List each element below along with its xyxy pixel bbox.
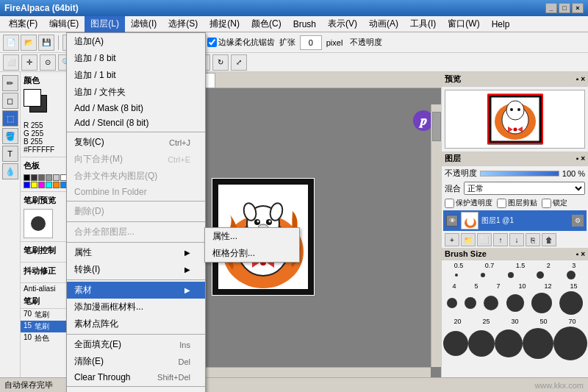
brush-dot-3[interactable] — [567, 271, 576, 279]
menu-fill[interactable]: 全面填充(E)Ins — [67, 336, 205, 353]
menu-merge-all[interactable]: 合并全部图层... — [67, 224, 205, 240]
menu-rotate[interactable]: 旋转(R)▶ — [67, 388, 205, 392]
layer-down-btn[interactable]: ↓ — [509, 233, 524, 246]
menu-rasterize[interactable]: 素材点阵化 — [67, 316, 205, 332]
opacity-slider[interactable] — [480, 171, 559, 177]
opacity-label: 不透明度 — [347, 37, 385, 48]
menu-delete[interactable]: 删除(D) — [67, 203, 205, 220]
tool-move[interactable]: ✛ — [21, 54, 37, 71]
tool-fill-l[interactable]: 🪣 — [2, 128, 18, 144]
layer-name: 图层1 @1 — [481, 215, 569, 226]
brush-dot-5[interactable] — [465, 297, 476, 309]
brush-dot-20[interactable] — [443, 331, 468, 356]
menu-add[interactable]: 追加(A) — [67, 33, 205, 50]
brush-preview — [24, 209, 53, 238]
tool-select-l[interactable]: ⬚ — [2, 110, 18, 126]
brush-dot-15[interactable] — [559, 291, 583, 315]
menu-layer[interactable]: 图层(L) — [85, 16, 125, 32]
menu-tools[interactable]: 工具(I) — [404, 16, 442, 32]
protect-check[interactable]: 保护透明度 — [445, 198, 492, 208]
tool-eraser-l[interactable]: ◻ — [2, 93, 18, 109]
menu-color[interactable]: 颜色(C) — [245, 16, 287, 32]
sep1 — [58, 35, 59, 50]
open-button[interactable]: 📂 — [21, 35, 37, 51]
menu-brush[interactable]: Brush — [287, 16, 322, 32]
close-button[interactable]: × — [572, 3, 584, 13]
rotate-cw[interactable]: ↻ — [212, 54, 229, 71]
layer-settings[interactable]: ⚙ — [572, 215, 584, 227]
brush-dot-4[interactable] — [447, 298, 457, 308]
menu-add-manga[interactable]: 添加漫画框材料... — [67, 299, 205, 316]
sep-a — [67, 132, 205, 132]
menu-clear[interactable]: 清除(E)Del — [67, 353, 205, 370]
menu-combine-folder[interactable]: Combine In Folder — [67, 185, 205, 199]
scroll-vertical[interactable] — [431, 104, 441, 367]
menu-capture[interactable]: 捕捉(N) — [204, 16, 245, 32]
menu-add-1bit[interactable]: 追加 / 1 bit — [67, 67, 205, 84]
brush-dot-2[interactable] — [537, 271, 544, 279]
lock-check[interactable]: 锁定 — [542, 198, 567, 208]
menu-add-stencil[interactable]: Add / Stencil (8 bit) — [67, 115, 205, 130]
brush-dot-10[interactable] — [506, 294, 524, 312]
brush-dots-row3 — [443, 327, 587, 360]
menu-clear-through[interactable]: Clear ThroughShift+Del — [67, 370, 205, 385]
menu-merge-down[interactable]: 向下合并(M)Ctrl+E — [67, 151, 205, 168]
maximize-button[interactable]: □ — [559, 3, 570, 13]
menu-view[interactable]: 表示(V) — [322, 16, 363, 32]
brush-dot-25[interactable] — [468, 330, 495, 357]
antialias-check[interactable]: 边缘柔化抗锯齿 — [207, 37, 275, 48]
brush-dot-30[interactable] — [495, 329, 523, 357]
delete-layer-btn[interactable]: 🗑 — [542, 233, 556, 246]
menu-animation[interactable]: 动画(A) — [363, 16, 404, 32]
brush-dot-15[interactable] — [508, 272, 514, 278]
menu-add-mask[interactable]: Add / Mask (8 bit) — [67, 101, 205, 115]
expand-input[interactable] — [300, 35, 322, 50]
minimize-button[interactable]: _ — [545, 3, 557, 13]
blend-select[interactable]: 正常 — [464, 182, 585, 195]
svg-point-24 — [513, 128, 517, 132]
copy-layer-btn[interactable]: ⎘ — [526, 233, 540, 246]
brush-dot-12[interactable] — [531, 293, 552, 313]
brush-dot-07[interactable] — [481, 273, 485, 277]
menu-add-8bit[interactable]: 追加 / 8 bit — [67, 50, 205, 67]
menu-convert[interactable]: 转换(I)▶ — [67, 261, 205, 278]
save-button[interactable]: 💾 — [38, 35, 54, 51]
brush-dot-50[interactable] — [523, 328, 553, 359]
tool-select[interactable]: ⬜ — [3, 54, 19, 71]
layer-up-btn[interactable]: ↑ — [493, 233, 508, 246]
new-button[interactable]: 📄 — [3, 35, 19, 51]
brush-dot-70[interactable] — [553, 327, 587, 360]
tool-eyedrop-l[interactable]: 💧 — [2, 163, 18, 179]
blend-label: 混合 — [445, 183, 461, 194]
menu-window[interactable]: 窗口(W) — [442, 16, 485, 32]
menu-merge-folder[interactable]: 合并文件夹内图层(Q) — [67, 168, 205, 185]
menu-help[interactable]: Help — [486, 16, 516, 32]
submenu-split[interactable]: 框格分割... — [205, 245, 299, 262]
add-folder-btn[interactable]: 📁 — [461, 233, 476, 246]
tool-brush[interactable]: ✏ — [2, 75, 18, 91]
scroll-thumb-v[interactable] — [432, 112, 441, 141]
menu-duplicate[interactable]: 复制(C)Ctrl+J — [67, 134, 205, 151]
brush-dot-05[interactable] — [455, 274, 458, 277]
menu-properties[interactable]: 属性▶ — [67, 244, 205, 261]
window-controls[interactable]: _ □ × — [545, 3, 584, 13]
tool-text[interactable]: T — [2, 146, 18, 162]
add-mask-btn[interactable]: ⬜ — [477, 233, 492, 246]
sep-g — [67, 386, 205, 387]
menu-select[interactable]: 选择(S) — [162, 16, 204, 32]
menu-filter[interactable]: 滤镜(I) — [125, 16, 162, 32]
menu-add-folder[interactable]: 追加 / 文件夹 — [67, 84, 205, 101]
menu-material[interactable]: 素材▶ — [67, 282, 205, 299]
tool-lasso[interactable]: ⊙ — [40, 54, 56, 71]
zoom-fit[interactable]: ⤢ — [231, 54, 247, 71]
layer-visibility[interactable]: 👁 — [446, 215, 458, 227]
submenu-properties[interactable]: 属性... — [205, 228, 299, 245]
menu-file[interactable]: 档案(F) — [3, 16, 43, 32]
svg-point-29 — [467, 215, 473, 221]
clip-check[interactable]: 图层剪贴 — [497, 198, 537, 208]
layer-item[interactable]: 👁 图层1 @1 ⚙ — [443, 210, 587, 231]
menu-edit[interactable]: 编辑(E) — [43, 16, 85, 32]
brush-dot-7[interactable] — [484, 296, 498, 310]
brush-dots-row2 — [443, 291, 587, 315]
add-layer-btn[interactable]: + — [445, 233, 459, 246]
